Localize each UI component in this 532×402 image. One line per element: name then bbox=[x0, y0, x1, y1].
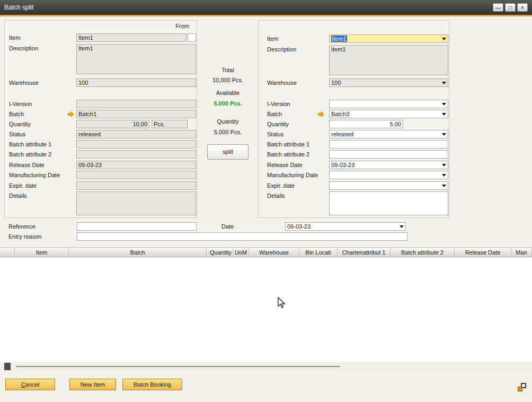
column-header-quantity[interactable]: Quantity bbox=[207, 248, 233, 257]
from-batch-link-arrow-icon[interactable] bbox=[68, 111, 74, 117]
to-iversion-dropdown[interactable] bbox=[329, 100, 448, 108]
from-warehouse-label: Warehouse bbox=[9, 80, 39, 86]
from-release-date-field: 09-03-23 bbox=[76, 161, 196, 169]
to-status-dropdown-arrow-icon[interactable] bbox=[442, 133, 446, 136]
to-batch-dropdown[interactable]: Batch3 bbox=[329, 110, 448, 118]
mouse-cursor bbox=[278, 297, 286, 309]
date-value: 09-03-23 bbox=[287, 223, 311, 230]
column-header-bin-location[interactable]: Bin Locati bbox=[299, 248, 338, 257]
column-header-batch-attribute-2[interactable]: Batch attribute 2 bbox=[391, 248, 455, 257]
entry-reason-label: Entry reason bbox=[8, 233, 41, 240]
column-header-chartenattribut-1[interactable]: Chartenattribut 1 bbox=[338, 248, 391, 257]
to-batch-attribute-2-input[interactable] bbox=[329, 150, 448, 159]
batch-table-body bbox=[0, 258, 532, 362]
to-expir-date-dropdown[interactable] bbox=[329, 181, 448, 190]
to-warehouse-value: 100 bbox=[331, 80, 341, 86]
from-manufacturing-date-field bbox=[76, 171, 196, 179]
from-expir-date-field bbox=[76, 181, 196, 190]
scrollbar-track-line bbox=[16, 366, 340, 367]
from-panel-header: From bbox=[175, 23, 189, 29]
from-item-field: Item1 bbox=[76, 33, 187, 42]
from-status-label: Status bbox=[9, 131, 25, 137]
column-header-item[interactable]: Item bbox=[15, 248, 69, 257]
to-iversion-dropdown-arrow-icon[interactable] bbox=[442, 103, 446, 106]
horizontal-scrollbar[interactable] bbox=[0, 362, 532, 371]
accent-line bbox=[0, 15, 532, 16]
cancel-label-rest: ancel bbox=[25, 381, 39, 388]
available-label: Available bbox=[201, 90, 254, 96]
available-value: 5,000 Pcs. bbox=[201, 100, 254, 107]
to-release-date-value: 09-03-23 bbox=[331, 162, 354, 168]
from-panel: From Item Item1 Description Item1 Wareho… bbox=[4, 20, 197, 218]
from-item-aux-box bbox=[188, 33, 196, 42]
to-expir-date-label: Expir. date bbox=[267, 182, 295, 189]
total-label: Total bbox=[201, 67, 254, 73]
to-batch-dropdown-arrow-icon[interactable] bbox=[442, 113, 446, 116]
from-iversion-label: I-Version bbox=[9, 101, 32, 107]
from-batch-attribute-2-field bbox=[76, 150, 196, 159]
from-uom-field: Pcs. bbox=[152, 120, 188, 128]
from-item-label: Item bbox=[9, 34, 20, 41]
restore-button[interactable]: □ bbox=[505, 3, 516, 12]
column-header-batch[interactable]: Batch bbox=[69, 248, 207, 257]
to-description-label: Description bbox=[267, 46, 296, 53]
cancel-button[interactable]: Cancel bbox=[5, 379, 55, 390]
cancel-accelerator: C bbox=[21, 381, 25, 388]
to-batch-link-arrow-icon[interactable] bbox=[318, 111, 324, 117]
to-status-dropdown[interactable]: released bbox=[329, 130, 448, 138]
scrollbar-thumb[interactable] bbox=[4, 363, 11, 370]
to-batch-value: Batch3 bbox=[331, 111, 349, 117]
to-details-input[interactable] bbox=[329, 191, 448, 215]
column-header-rownum[interactable] bbox=[0, 248, 15, 257]
column-header-release-date[interactable]: Release Date bbox=[455, 248, 511, 257]
date-dropdown-arrow-icon[interactable] bbox=[400, 225, 404, 228]
column-header-uom[interactable]: UoM bbox=[233, 248, 249, 257]
window-title: Batch split bbox=[4, 4, 33, 11]
date-dropdown[interactable]: 09-03-23 bbox=[285, 222, 406, 231]
column-header-manufacturing[interactable]: Man bbox=[511, 248, 532, 257]
from-batch-attribute-1-field bbox=[76, 140, 196, 148]
to-manufacturing-date-dropdown-arrow-icon[interactable] bbox=[442, 174, 446, 177]
to-quantity-input[interactable]: 5,00 bbox=[329, 120, 403, 128]
from-batch-attribute-2-label: Batch attribute 2 bbox=[9, 151, 51, 158]
to-warehouse-dropdown-arrow-icon[interactable] bbox=[442, 82, 446, 84]
batch-split-window: Batch split — □ × From Item Item1 Descri… bbox=[0, 0, 532, 402]
to-expir-date-dropdown-arrow-icon[interactable] bbox=[442, 185, 446, 187]
from-description-field: Item1 bbox=[76, 44, 196, 74]
to-item-selected-text: Item1 bbox=[331, 36, 347, 42]
to-manufacturing-date-label: Manufacturing Date bbox=[267, 172, 318, 178]
date-label: Date bbox=[221, 223, 234, 230]
to-quantity-label: Quantity bbox=[267, 121, 289, 127]
to-item-dropdown[interactable]: Item1 bbox=[329, 34, 448, 43]
reference-label: Reference bbox=[8, 223, 36, 230]
to-item-label: Item bbox=[267, 36, 278, 42]
from-status-field: released bbox=[76, 130, 196, 138]
from-batch-attribute-1-label: Batch attribute 1 bbox=[9, 141, 51, 147]
close-button[interactable]: × bbox=[517, 3, 528, 12]
from-quantity-label: Quantity bbox=[9, 121, 31, 127]
to-iversion-label: I-Version bbox=[267, 101, 290, 107]
expand-form-icon[interactable] bbox=[518, 383, 526, 391]
reference-input[interactable] bbox=[77, 222, 197, 231]
to-batch-attribute-1-input[interactable] bbox=[329, 140, 448, 148]
batch-booking-button[interactable]: Batch Booking bbox=[122, 379, 182, 390]
to-warehouse-label: Warehouse bbox=[267, 80, 297, 86]
to-release-date-dropdown[interactable]: 09-03-23 bbox=[329, 161, 448, 169]
column-header-warehouse[interactable]: Warehouse bbox=[249, 248, 299, 257]
title-bar[interactable]: Batch split — □ × bbox=[0, 0, 532, 15]
from-batch-field: Batch1 bbox=[76, 110, 196, 118]
new-item-button[interactable]: New Item bbox=[69, 379, 116, 390]
to-status-label: Status bbox=[267, 131, 283, 137]
from-iversion-field bbox=[76, 100, 196, 108]
to-release-date-label: Release Date bbox=[267, 162, 303, 168]
to-item-dropdown-arrow-icon[interactable] bbox=[442, 38, 446, 40]
from-expir-date-label: Expir. date bbox=[9, 182, 37, 189]
to-manufacturing-date-dropdown[interactable] bbox=[329, 171, 448, 179]
to-release-date-dropdown-arrow-icon[interactable] bbox=[442, 164, 446, 167]
to-details-label: Details bbox=[267, 193, 285, 199]
split-button[interactable]: split bbox=[207, 144, 249, 160]
entry-reason-input[interactable] bbox=[77, 232, 407, 241]
to-warehouse-dropdown[interactable]: 100 bbox=[329, 78, 448, 87]
minimize-button[interactable]: — bbox=[493, 3, 503, 12]
split-quantity-value: 5,000 Pcs. bbox=[201, 129, 254, 135]
